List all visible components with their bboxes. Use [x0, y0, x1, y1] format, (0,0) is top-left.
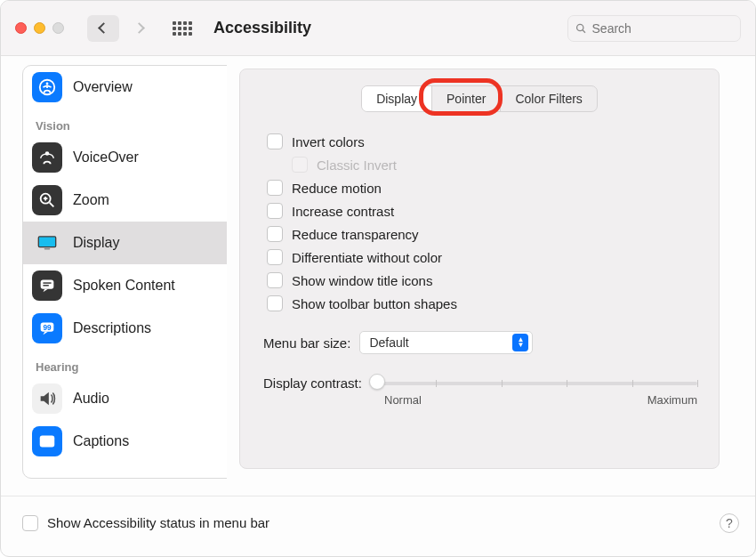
tab-color-filters[interactable]: Color Filters [500, 86, 596, 111]
audio-icon [32, 383, 62, 414]
svg-point-0 [577, 24, 583, 30]
option-label: Show window title icons [292, 273, 432, 288]
minimize-window-button[interactable] [34, 22, 45, 34]
sidebar-item-zoom[interactable]: Zoom [23, 179, 227, 222]
show-window-title-icons-option[interactable]: Show window title icons [261, 269, 697, 292]
svg-rect-12 [41, 280, 54, 289]
checkbox[interactable] [267, 180, 283, 196]
overview-icon [32, 72, 62, 102]
search-icon [575, 22, 587, 35]
option-label: Show Accessibility status in menu bar [47, 515, 269, 530]
voiceover-icon [32, 142, 62, 173]
sidebar-item-label: Spoken Content [73, 278, 175, 294]
svg-text:99: 99 [43, 324, 52, 332]
tab-pointer[interactable]: Pointer [431, 86, 500, 111]
svg-rect-9 [38, 237, 55, 247]
svg-rect-11 [44, 248, 50, 250]
sidebar-item-label: Zoom [73, 192, 109, 208]
sidebar-item-overview[interactable]: Overview [23, 66, 227, 109]
svg-rect-13 [43, 282, 51, 283]
sidebar-item-label: Display [73, 235, 119, 251]
slider-knob[interactable] [369, 374, 385, 390]
sidebar-item-descriptions[interactable]: 99 Descriptions [23, 307, 227, 350]
window-controls [15, 22, 64, 34]
sidebar-item-label: VoiceOver [73, 149, 139, 165]
tab-display[interactable]: Display [362, 86, 431, 111]
svg-rect-17 [40, 436, 55, 448]
reduce-transparency-option[interactable]: Reduce transparency [261, 222, 697, 246]
option-label: Reduce transparency [292, 227, 419, 242]
checkbox[interactable] [22, 515, 38, 531]
sidebar-item-voiceover[interactable]: VoiceOver [23, 136, 227, 179]
window-body: Overview Vision VoiceOver Zoom [1, 56, 755, 496]
checkbox[interactable] [267, 203, 283, 219]
titlebar: Accessibility [1, 1, 755, 56]
show-toolbar-button-shapes-option[interactable]: Show toolbar button shapes [261, 292, 697, 315]
display-contrast-slider[interactable] [371, 374, 697, 392]
reduce-motion-option[interactable]: Reduce motion [261, 176, 697, 199]
checkbox[interactable] [267, 249, 283, 265]
option-label: Invert colors [292, 134, 365, 149]
descriptions-icon: 99 [32, 313, 62, 343]
show-all-prefs-button[interactable] [173, 21, 192, 36]
display-settings-panel: Display Pointer Color Filters Invert col… [239, 69, 720, 469]
updown-arrows-icon: ▲▼ [512, 334, 528, 351]
differentiate-without-color-option[interactable]: Differentiate without color [261, 246, 697, 269]
option-label: Differentiate without color [292, 250, 442, 265]
svg-point-3 [46, 83, 49, 85]
sidebar-item-label: Captions [73, 433, 129, 449]
svg-line-1 [583, 29, 585, 32]
help-button[interactable]: ? [720, 513, 739, 533]
checkbox[interactable] [267, 272, 283, 288]
zoom-icon [32, 185, 62, 215]
option-label: Show toolbar button shapes [292, 296, 457, 311]
chevron-left-icon [98, 22, 109, 34]
window-title: Accessibility [213, 19, 311, 37]
spoken-content-icon [32, 270, 62, 301]
sidebar-item-label: Audio [73, 391, 109, 407]
sidebar-item-label: Descriptions [73, 320, 151, 336]
checkbox[interactable] [267, 133, 283, 149]
sidebar-section-vision: Vision [23, 109, 227, 136]
sidebar-item-display[interactable]: Display [23, 222, 227, 264]
classic-invert-option: Classic Invert [261, 153, 697, 176]
checkbox [292, 157, 308, 173]
menu-bar-size-row: Menu bar size: Default ▲▼ [261, 331, 697, 354]
back-button[interactable] [87, 15, 119, 42]
svg-point-4 [45, 151, 50, 156]
nav-buttons [87, 15, 155, 42]
increase-contrast-option[interactable]: Increase contrast [261, 199, 697, 222]
option-label: Classic Invert [317, 157, 397, 173]
sidebar: Overview Vision VoiceOver Zoom [1, 56, 227, 496]
option-label: Reduce motion [292, 181, 382, 196]
invert-colors-option[interactable]: Invert colors [261, 130, 697, 153]
sidebar-item-audio[interactable]: Audio [23, 377, 227, 420]
zoom-window-button[interactable] [52, 22, 64, 34]
slider-min-label: Normal [384, 393, 422, 407]
close-window-button[interactable] [15, 22, 27, 34]
svg-rect-14 [43, 285, 48, 286]
forward-button[interactable] [123, 15, 155, 42]
menu-bar-size-select[interactable]: Default ▲▼ [359, 331, 533, 354]
chevron-right-icon [133, 22, 145, 34]
checkbox[interactable] [267, 295, 283, 311]
svg-line-6 [50, 203, 54, 207]
sidebar-item-captions[interactable]: Captions [23, 420, 227, 463]
show-accessibility-status-option[interactable]: Show Accessibility status in menu bar [22, 515, 269, 531]
search-field[interactable] [567, 15, 741, 42]
slider-max-label: Maximum [647, 393, 697, 407]
option-label: Increase contrast [292, 204, 394, 219]
sidebar-section-hearing: Hearing [23, 350, 227, 377]
display-icon [32, 228, 62, 258]
checkbox[interactable] [267, 226, 283, 242]
display-contrast-label: Display contrast: [263, 375, 362, 391]
accessibility-window: Accessibility Overview Vision [0, 0, 756, 557]
main-content: Display Pointer Color Filters Invert col… [227, 56, 755, 496]
footer: Show Accessibility status in menu bar ? [1, 496, 755, 549]
search-input[interactable] [592, 21, 733, 36]
menu-bar-size-label: Menu bar size: [263, 335, 350, 351]
sidebar-item-spoken-content[interactable]: Spoken Content [23, 264, 227, 307]
captions-icon [32, 426, 62, 456]
tab-segmented-control: Display Pointer Color Filters [261, 85, 697, 112]
sidebar-panel: Overview Vision VoiceOver Zoom [22, 65, 227, 479]
